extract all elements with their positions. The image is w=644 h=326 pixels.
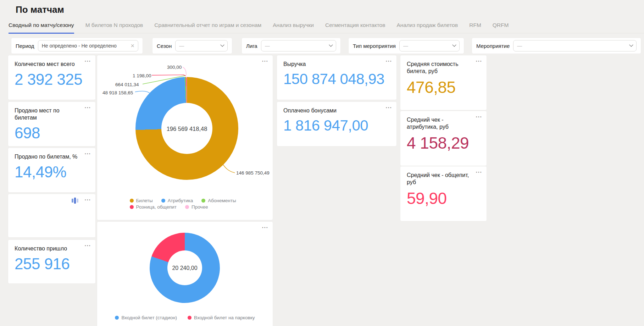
donut-chart-card-entry-tickets: ••• 20 240,00 Входной билет (стадион) Вх… [97,222,273,326]
chevron-down-icon [452,43,456,47]
kpi-value: 255 916 [15,255,89,273]
legend-dot [115,316,119,320]
donut-center-total: 20 240,00 [172,265,197,271]
kpi-value: 2 392 325 [15,71,89,88]
kpi-card-avg-check-food: Средний чек - общепит, руб 59,90 ••• [400,166,487,221]
event-select-value: — [517,43,630,49]
event-type-select[interactable]: — [399,40,460,51]
tab-revenue-analysis[interactable]: Анализ выручки [273,20,314,34]
tab-rfm[interactable]: RFM [469,20,481,34]
callout-roznica-value: 1 198,00 [133,73,151,78]
legend: Билеты Атрибутика Абонементы Розница, об… [97,198,273,210]
legend-dot [201,199,205,203]
card-menu-icon[interactable]: ••• [85,244,91,248]
filter-league: Лига — [242,38,340,54]
tab-comparative-report[interactable]: Сравнительный отчет по играм и сезонам [154,20,261,34]
legend-item-entry-parking[interactable]: Входной билет на парковку [188,315,255,320]
kpi-title: Количество пришло [15,245,89,252]
card-menu-icon[interactable]: ••• [85,60,91,63]
filter-season: Сезон — [152,38,232,54]
kpi-value: 698 [15,124,89,142]
filter-event: Мероприятие — [472,38,641,54]
card-menu-icon[interactable]: ••• [85,106,91,110]
kpi-title: Средний чек - общепит, руб [407,172,480,186]
legend-dot [130,205,134,209]
tab-m-tickets-n-passes[interactable]: М билетов N проходов [85,20,143,34]
clear-icon[interactable]: × [131,43,134,49]
chevron-down-icon [220,43,224,47]
league-select-value: — [265,43,329,49]
card-menu-icon[interactable]: ••• [476,60,482,63]
tab-ticket-sales-analysis[interactable]: Анализ продаж билетов [396,20,458,34]
legend-item-roznica[interactable]: Розница, общепит [130,204,177,210]
season-select-value: — [179,43,221,49]
donut-chart-card-revenue-structure: ••• 196 569 418,48 300,00 1 198,00 664 0… [97,55,273,220]
tab-bar: Сводный по матчу/сезону М билетов N прох… [9,20,644,33]
dashboard: По матчам Сводный по матчу/сезону М биле… [0,0,644,326]
kpi-title: Продано по билетам, % [15,153,89,160]
chart-loading-icon [72,197,78,204]
kpi-value: 1 816 947,00 [283,117,390,134]
kpi-title: Средний чек - атрибутика, руб [407,116,480,131]
legend-dot [130,199,134,203]
filter-league-label: Лига [246,43,257,49]
callout-prochee-value: 300,00 [167,65,182,70]
kpi-card-sold-percent: Продано по билетам, % 14,49% ••• [8,148,95,192]
legend-item-bilety[interactable]: Билеты [130,198,153,203]
kpi-card-attended: Количество пришло 255 916 ••• [8,240,95,283]
event-select[interactable]: — [513,40,637,51]
kpi-card-avg-ticket-price: Средняя стоимость билета, руб 476,85 ••• [400,55,487,110]
legend-item-atributika[interactable]: Атрибутика [161,198,193,203]
callout-bilety-value: 146 985 750,49 [236,170,270,176]
page-title: По матчам [16,4,64,15]
legend-dot [188,316,191,320]
league-select[interactable]: — [261,40,336,51]
card-menu-icon[interactable]: ••• [85,152,91,156]
tab-qrfm[interactable]: QRFM [493,20,509,34]
kpi-card-seats-sold: Продано мест по билетам 698 ••• [8,102,95,146]
kpi-value: 59,90 [407,189,480,208]
card-menu-icon[interactable]: ••• [386,60,392,63]
filter-period: Период Не определено - Не определено × [11,38,143,54]
kpi-card-revenue: Выручка 150 874 048,93 ••• [277,55,396,100]
card-menu-icon[interactable]: ••• [85,198,91,202]
kpi-card-seats-total: Количество мест всего 2 392 325 ••• [8,55,95,100]
card-menu-icon[interactable]: ••• [476,115,482,119]
legend-dot [161,199,165,203]
legend: Входной билет (стадион) Входной билет на… [97,315,273,320]
kpi-value: 14,49% [15,163,89,181]
callout-abonementy-value: 664 011,34 [115,82,139,87]
kpi-card-loading: ••• [8,194,95,237]
card-menu-icon[interactable]: ••• [476,171,482,174]
event-type-select-value: — [403,43,453,49]
tab-summary-by-match-season[interactable]: Сводный по матчу/сезону [9,20,74,34]
filter-event-type-label: Тип мероприятия [353,43,396,49]
kpi-title: Продано мест по билетам [15,107,89,121]
season-select[interactable]: — [175,40,228,51]
card-menu-icon[interactable]: ••• [262,60,268,63]
filter-period-label: Период [16,43,34,49]
kpi-title: Выручка [283,61,390,68]
donut-center-total: 196 569 418,48 [167,126,207,132]
tab-contact-segmentation[interactable]: Сегментация контактов [325,20,385,34]
kpi-value: 150 874 048,93 [283,71,390,88]
filter-event-type: Тип мероприятия — [349,38,464,54]
kpi-title: Количество мест всего [15,61,89,68]
period-range-value: Не определено - Не определено [42,43,131,49]
kpi-value: 4 158,29 [407,133,480,153]
filter-event-label: Мероприятие [476,43,510,49]
kpi-card-avg-check-merch: Средний чек - атрибутика, руб 4 158,29 •… [400,111,487,166]
kpi-value: 476,85 [407,78,480,97]
legend-item-abonementy[interactable]: Абонементы [201,198,236,203]
callout-atributika-value: 48 918 158,65 [102,90,133,95]
chevron-down-icon [629,43,633,47]
card-menu-icon[interactable]: ••• [386,106,392,110]
kpi-title: Средняя стоимость билета, руб [407,61,480,75]
legend-item-entry-stadium[interactable]: Входной билет (стадион) [115,315,177,320]
card-menu-icon[interactable]: ••• [262,226,268,230]
legend-dot [185,205,189,209]
kpi-title: Оплачено бонусами [283,107,390,114]
legend-item-prochee[interactable]: Прочее [185,204,208,210]
period-range-input[interactable]: Не определено - Не определено × [38,40,138,51]
chevron-down-icon [329,43,333,47]
